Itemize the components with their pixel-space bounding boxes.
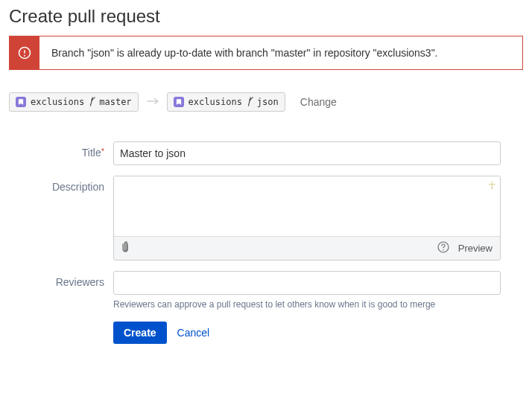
- source-branch-pill[interactable]: exclusions ᚶ master: [9, 92, 139, 112]
- description-label: Description: [9, 176, 113, 261]
- svg-point-5: [443, 249, 444, 251]
- repo-icon: [174, 97, 184, 107]
- svg-point-2: [24, 55, 25, 57]
- branch-selector-row: exclusions ᚶ master exclusions ᚶ json Ch…: [9, 92, 523, 112]
- title-input[interactable]: [113, 141, 501, 165]
- repo-icon: [16, 97, 26, 107]
- change-branches-link[interactable]: Change: [300, 96, 337, 108]
- description-textarea[interactable]: [114, 176, 500, 236]
- reviewers-hint: Reviewers can approve a pull request to …: [113, 299, 501, 310]
- attachment-icon[interactable]: [121, 241, 132, 255]
- source-repo: exclusions: [31, 97, 84, 107]
- title-label: Title*: [9, 141, 113, 165]
- ankh-icon: ☥: [488, 179, 495, 191]
- cancel-button[interactable]: Cancel: [177, 327, 210, 339]
- target-branch-pill[interactable]: exclusions ᚶ json: [167, 92, 285, 112]
- source-branch: master: [99, 97, 131, 107]
- page-title: Create pull request: [9, 6, 523, 27]
- target-repo: exclusions: [189, 97, 242, 107]
- alert-banner: Branch "json" is already up-to-date with…: [9, 36, 523, 70]
- branch-icon: ᚶ: [247, 96, 253, 108]
- branch-icon: ᚶ: [89, 96, 95, 108]
- create-button[interactable]: Create: [113, 322, 167, 344]
- alert-icon: [10, 36, 39, 69]
- preview-link[interactable]: Preview: [458, 243, 493, 254]
- arrow-icon: [146, 96, 159, 109]
- alert-message: Branch "json" is already up-to-date with…: [39, 36, 450, 69]
- target-branch: json: [257, 97, 279, 107]
- reviewers-label: Reviewers: [9, 271, 113, 344]
- description-toolbar: Preview: [114, 236, 500, 260]
- reviewers-input[interactable]: [113, 271, 501, 295]
- help-icon[interactable]: [437, 241, 449, 255]
